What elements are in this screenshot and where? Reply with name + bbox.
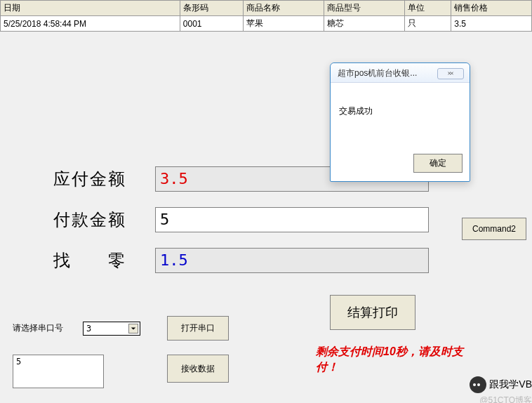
receive-text[interactable]: 5 (13, 355, 104, 388)
col-name: 商品名称 (244, 1, 324, 16)
cell-name: 苹果 (244, 16, 324, 32)
col-barcode: 条形码 (180, 1, 244, 16)
watermark-brand: 跟我学VB (489, 378, 532, 391)
port-label: 请选择串口号 (13, 322, 63, 334)
dialog-message: 交易成功 (331, 83, 470, 154)
due-label: 应付金额 (53, 168, 155, 190)
countdown-text: 剩余支付时间10秒，请及时支付！ (316, 344, 470, 376)
watermark: 跟我学VB @51CTO博客 (470, 376, 532, 403)
message-dialog: 超市pos机前台收银... 交易成功 确定 (330, 62, 470, 182)
wechat-icon (470, 376, 486, 393)
dialog-title: 超市pos机前台收银... (338, 67, 417, 79)
paid-label: 付款金额 (53, 209, 155, 231)
table-row[interactable]: 5/25/2018 4:58:44 PM 0001 苹果 糖芯 只 3.5 (1, 16, 532, 32)
receive-data-button[interactable]: 接收数据 (167, 355, 229, 383)
cell-unit: 只 (404, 16, 451, 32)
open-port-button[interactable]: 打开串口 (167, 316, 229, 341)
col-unit: 单位 (404, 1, 451, 16)
settle-print-button[interactable]: 结算打印 (330, 295, 415, 330)
paid-input[interactable]: 5 (155, 207, 429, 232)
port-selected: 3 (86, 324, 91, 333)
command2-button[interactable]: Command2 (462, 218, 526, 240)
col-date: 日期 (1, 1, 180, 16)
data-table: 日期 条形码 商品名称 商品型号 单位 销售价格 5/25/2018 4:58:… (0, 0, 532, 32)
port-select[interactable]: 3 (83, 322, 140, 336)
cell-date: 5/25/2018 4:58:44 PM (1, 16, 180, 32)
cell-price: 3.5 (451, 16, 532, 32)
ok-button[interactable]: 确定 (413, 154, 463, 173)
cell-model: 糖芯 (324, 16, 405, 32)
chevron-down-icon (128, 324, 138, 333)
col-model: 商品型号 (324, 1, 405, 16)
change-value: 1.5 (155, 248, 429, 273)
change-label: 找 零 (53, 249, 155, 272)
cell-barcode: 0001 (180, 16, 244, 32)
col-price: 销售价格 (451, 1, 532, 16)
watermark-sub: @51CTO博客 (479, 395, 532, 403)
close-icon[interactable] (437, 68, 464, 79)
